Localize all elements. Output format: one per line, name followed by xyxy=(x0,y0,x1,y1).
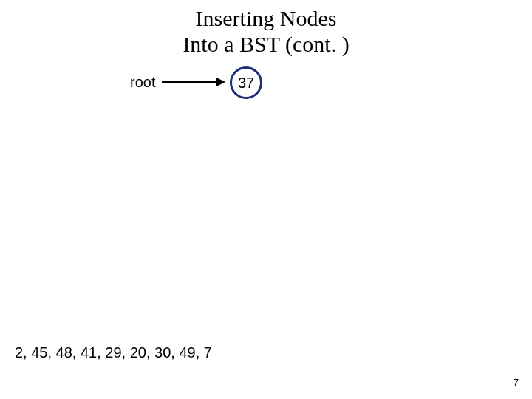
slide-title: Inserting Nodes Into a BST (cont. ) xyxy=(0,6,532,57)
root-label: root xyxy=(130,74,155,91)
root-pointer-arrow xyxy=(162,81,224,83)
tree-node-value: 37 xyxy=(238,75,254,92)
insertion-sequence: 2, 45, 48, 41, 29, 20, 30, 49, 7 xyxy=(15,344,212,361)
tree-node-root: 37 xyxy=(230,66,262,99)
title-line-2: Into a BST (cont. ) xyxy=(183,32,349,56)
title-line-1: Inserting Nodes xyxy=(196,6,337,30)
page-number: 7 xyxy=(513,377,519,389)
